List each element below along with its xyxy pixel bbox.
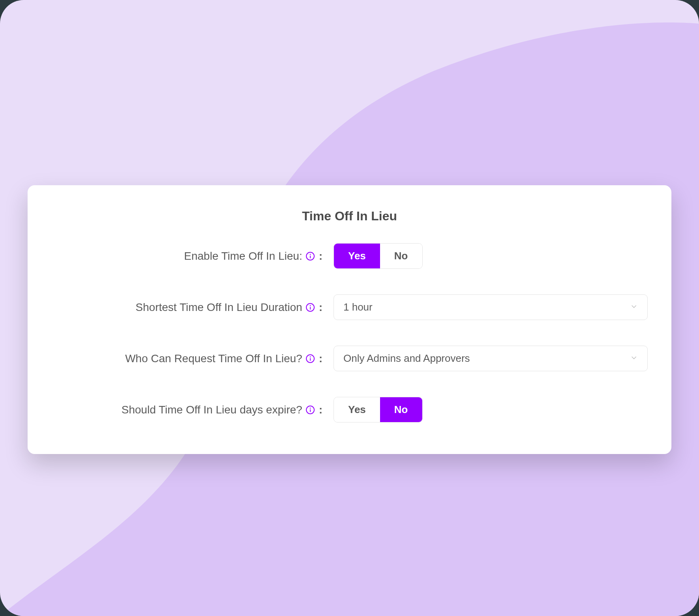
svg-rect-5: [310, 307, 311, 309]
chevron-down-icon: [630, 354, 638, 363]
toggle-expire-toil: Yes No: [334, 397, 423, 422]
row-shortest-duration: Shortest Time Off In Lieu Duration : 1 h…: [51, 294, 648, 320]
app-background: Time Off In Lieu Enable Time Off In Lieu…: [0, 0, 699, 616]
info-icon[interactable]: [306, 354, 315, 363]
control-who: Only Admins and Approvers: [327, 346, 648, 371]
control-duration: 1 hour: [327, 294, 648, 320]
colon: :: [319, 250, 322, 262]
label-who: Who Can Request Time Off In Lieu?: [125, 352, 302, 365]
label-wrap-duration: Shortest Time Off In Lieu Duration :: [51, 301, 327, 314]
label-enable: Enable Time Off In Lieu:: [184, 250, 302, 262]
colon: :: [319, 352, 322, 365]
settings-card: Time Off In Lieu Enable Time Off In Lieu…: [28, 185, 671, 454]
toggle-yes-button[interactable]: Yes: [334, 397, 380, 422]
select-shortest-duration[interactable]: 1 hour: [334, 294, 648, 320]
toggle-no-button[interactable]: No: [380, 244, 422, 268]
row-expire: Should Time Off In Lieu days expire? : Y…: [51, 397, 648, 422]
svg-rect-11: [310, 409, 311, 412]
row-enable-toil: Enable Time Off In Lieu: : Yes No: [51, 243, 648, 269]
label-duration: Shortest Time Off In Lieu Duration: [136, 301, 302, 314]
info-icon[interactable]: [306, 303, 315, 312]
toggle-yes-button[interactable]: Yes: [334, 244, 380, 268]
svg-rect-2: [310, 255, 311, 258]
label-expire: Should Time Off In Lieu days expire?: [121, 404, 302, 416]
card-title: Time Off In Lieu: [51, 209, 648, 223]
rounded-backdrop: Time Off In Lieu Enable Time Off In Lieu…: [0, 0, 699, 616]
colon: :: [319, 404, 322, 416]
svg-point-1: [309, 254, 311, 255]
svg-point-7: [309, 356, 311, 357]
info-icon[interactable]: [306, 405, 315, 415]
toggle-no-button[interactable]: No: [380, 397, 422, 422]
toggle-enable-toil: Yes No: [334, 243, 423, 269]
row-who-can-request: Who Can Request Time Off In Lieu? : Only…: [51, 346, 648, 371]
svg-rect-8: [310, 358, 311, 361]
control-expire: Yes No: [327, 397, 648, 422]
info-icon[interactable]: [306, 251, 315, 261]
label-wrap-expire: Should Time Off In Lieu days expire? :: [51, 404, 327, 416]
svg-point-4: [309, 305, 311, 306]
control-enable: Yes No: [327, 243, 648, 269]
select-value-duration: 1 hour: [343, 301, 373, 313]
chevron-down-icon: [630, 303, 638, 312]
label-wrap-enable: Enable Time Off In Lieu: :: [51, 250, 327, 262]
colon: :: [319, 301, 322, 314]
label-wrap-who: Who Can Request Time Off In Lieu? :: [51, 352, 327, 365]
select-who-can-request[interactable]: Only Admins and Approvers: [334, 346, 648, 371]
svg-point-10: [309, 408, 311, 409]
select-value-who: Only Admins and Approvers: [343, 352, 470, 365]
